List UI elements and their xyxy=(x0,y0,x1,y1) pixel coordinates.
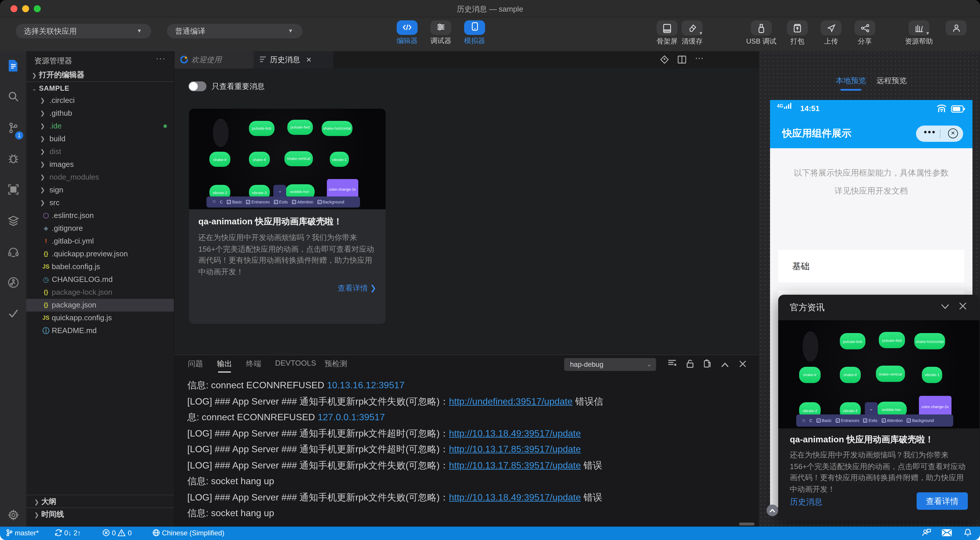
language-item[interactable]: Chinese (Simplified) xyxy=(153,527,224,540)
source-control-icon[interactable]: 1 xyxy=(0,119,26,138)
tab-history-messages[interactable]: 历史消息✕ xyxy=(254,51,333,68)
chevron-right-icon: ❯ xyxy=(40,120,45,133)
history-messages-link[interactable]: 历史消息 xyxy=(790,497,822,507)
output-channel-select[interactable]: hap-debug⌄ xyxy=(564,358,656,371)
resource-help-label: 资源帮助 xyxy=(903,37,935,46)
tree-item-dist[interactable]: ❯dist xyxy=(26,145,174,158)
gear-icon[interactable] xyxy=(0,506,26,526)
collapse-icon[interactable] xyxy=(941,302,949,311)
mail-icon[interactable] xyxy=(942,527,952,540)
clear-cache-button[interactable]: ▼ 清缓存 xyxy=(676,20,708,46)
git-branch-item[interactable]: master* xyxy=(6,527,39,540)
capsule-button[interactable]: ●●● ✕ xyxy=(916,125,963,142)
panel-tab-devtools[interactable]: DEVTOOLS xyxy=(275,359,316,367)
panel-tab-output[interactable]: 输出 xyxy=(217,359,232,369)
sync-item[interactable]: 0↓ 2↑ xyxy=(55,527,81,540)
log-link[interactable]: http://10.13.17.85:39517/update xyxy=(449,460,581,470)
tree-item-quickapp.config.js[interactable]: JSquickapp.config.js xyxy=(26,311,174,324)
news-card[interactable]: pulsate-bckpulsate-fwdshake-horizontalsh… xyxy=(189,109,386,324)
log-link[interactable]: http://10.13.18.49:39517/update xyxy=(449,428,581,438)
panel-tab-problems[interactable]: 问题 xyxy=(188,359,203,369)
log-link[interactable]: http://10.13.17.85:39517/update xyxy=(449,444,581,454)
simulator-mode-button[interactable]: 模拟器 xyxy=(461,20,488,46)
clear-cache-label: 清缓存 xyxy=(676,37,708,46)
tree-item-README.md[interactable]: ⓘREADME.md xyxy=(26,324,174,337)
more-actions-icon[interactable]: ⋯ xyxy=(695,53,704,64)
chevron-right-icon: ❯ xyxy=(40,158,45,171)
news-card-detail-link[interactable]: 查看详情 ❯ xyxy=(337,283,376,294)
close-circle-icon[interactable]: ✕ xyxy=(948,129,958,138)
layers-icon[interactable] xyxy=(0,211,26,231)
filter-basic: ✓Basic xyxy=(816,419,832,422)
log-link[interactable]: http://undefined:39517/update xyxy=(449,396,573,406)
tab-welcome[interactable]: 欢迎使用 xyxy=(175,51,254,68)
output-log[interactable]: 信息: connect ECONNREFUSED 10.13.16.12:395… xyxy=(187,377,753,524)
json-file-icon: {} xyxy=(41,299,51,311)
tree-item-src[interactable]: ❯src xyxy=(26,197,174,209)
remote-icon[interactable] xyxy=(0,273,26,293)
tree-item-package.json[interactable]: {}package.json xyxy=(26,299,174,311)
tab-local-preview[interactable]: 本地预览 xyxy=(836,76,866,86)
project-section[interactable]: ⌄SAMPLE xyxy=(26,81,174,94)
menu-dots-icon[interactable]: ●●● xyxy=(924,129,936,135)
tree-item-.github[interactable]: ❯.github xyxy=(26,107,174,120)
list-item-basic[interactable]: 基础 xyxy=(778,250,964,283)
tab-remote-preview[interactable]: 远程预览 xyxy=(877,76,907,86)
usb-debug-button[interactable]: USB 调试 xyxy=(745,20,778,46)
clear-output-icon[interactable] xyxy=(668,359,676,370)
frame-icon[interactable] xyxy=(0,180,26,200)
feedback-icon[interactable] xyxy=(922,527,931,540)
debugger-mode-button[interactable]: 调试器 xyxy=(428,20,454,46)
git-changes-icon[interactable] xyxy=(660,55,669,66)
compile-mode-dropdown[interactable]: 普通编译 ▼ xyxy=(167,24,302,38)
refresh-icon: C xyxy=(220,200,223,204)
resource-help-button[interactable]: ▼ 资源帮助 xyxy=(903,20,935,46)
tree-item-images[interactable]: ❯images xyxy=(26,158,174,171)
file-name: .gitignore xyxy=(52,222,83,235)
scroll-top-button[interactable] xyxy=(767,505,778,516)
upload-button[interactable]: 上传 xyxy=(815,20,847,46)
package-button[interactable]: 打包 xyxy=(781,20,814,46)
tree-item-CHANGELOG.md[interactable]: ◷CHANGELOG.md xyxy=(26,273,174,286)
search-icon[interactable] xyxy=(0,87,26,107)
panel-tab-precheck[interactable]: 预检测 xyxy=(325,359,347,369)
account-button[interactable] xyxy=(940,20,972,35)
paste-icon[interactable] xyxy=(703,359,711,370)
split-editor-icon[interactable] xyxy=(678,55,686,66)
tree-item-package-lock.json[interactable]: {}package-lock.json xyxy=(26,286,174,299)
maximize-panel-icon[interactable] xyxy=(721,359,729,370)
share-button[interactable]: 分享 xyxy=(848,20,881,46)
select-quickapp-dropdown[interactable]: 选择关联快应用 ▼ xyxy=(16,24,151,38)
tree-item-build[interactable]: ❯build xyxy=(26,133,174,145)
panel-tab-terminal[interactable]: 终端 xyxy=(246,359,261,369)
debug-icon[interactable] xyxy=(0,149,26,168)
log-line: 息: connect ECONNREFUSED 127.0.0.1:39517 xyxy=(187,409,753,425)
tree-item-.circleci[interactable]: ❯.circleci xyxy=(26,94,174,107)
explorer-icon[interactable] xyxy=(0,56,26,76)
close-panel-icon[interactable] xyxy=(739,359,746,370)
timeline-section[interactable]: ❯时间线 xyxy=(26,507,174,520)
support-icon[interactable] xyxy=(0,243,26,263)
open-editors-section[interactable]: ❯打开的编辑器 xyxy=(26,68,174,81)
bell-icon[interactable] xyxy=(964,527,972,540)
output-hscrollbar[interactable] xyxy=(739,523,754,526)
problems-item[interactable]: 0 0 xyxy=(102,527,132,540)
lock-icon[interactable] xyxy=(686,359,694,370)
view-detail-button[interactable]: 查看详情 xyxy=(916,492,968,510)
tree-item-.quickapp.preview.json[interactable]: {}.quickapp.preview.json xyxy=(26,248,174,260)
check-icon[interactable] xyxy=(0,304,26,324)
tree-item-.gitignore[interactable]: ◆.gitignore xyxy=(26,222,174,235)
tree-item-sign[interactable]: ❯sign xyxy=(26,184,174,197)
tree-item-.eslintrc.json[interactable]: ⬡.eslintrc.json xyxy=(26,209,174,222)
tree-item-.ide[interactable]: ❯.ide xyxy=(26,120,174,133)
important-only-toggle[interactable] xyxy=(188,81,207,91)
tree-item-babel.config.js[interactable]: JSbabel.config.js xyxy=(26,260,174,273)
close-tab-icon[interactable]: ✕ xyxy=(306,56,312,64)
editor-mode-button[interactable]: 编辑器 xyxy=(394,20,420,46)
close-icon[interactable] xyxy=(959,302,967,311)
log-link[interactable]: http://10.13.18.49:39517/update xyxy=(449,492,581,502)
tree-item-.gitlab-ci.yml[interactable]: !.gitlab-ci.yml xyxy=(26,235,174,248)
more-actions-icon[interactable]: ··· xyxy=(156,54,166,63)
outline-section[interactable]: ❯大纲 xyxy=(26,495,174,507)
tree-item-node_modules[interactable]: ❯node_modules xyxy=(26,171,174,184)
